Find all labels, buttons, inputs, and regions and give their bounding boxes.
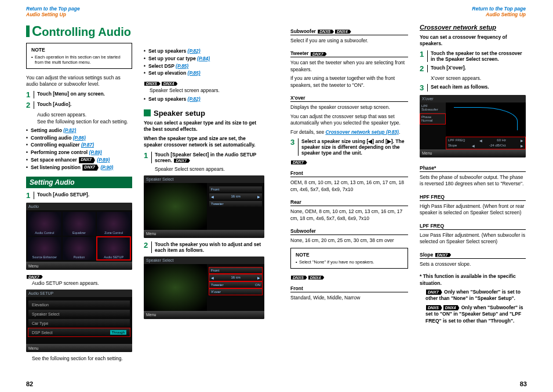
step-2: 2Touch [Audio]. xyxy=(26,101,132,109)
tile-audio-setup: Audio SETUP xyxy=(97,237,130,261)
page-number-left: 82 xyxy=(26,380,33,387)
link-p89[interactable]: (P.89) xyxy=(89,149,102,155)
subwoofer-hdr: Subwoofer DNX5DNX4 xyxy=(290,24,408,35)
tile-zone: Zone Control xyxy=(97,212,130,236)
xover-hdr: X'over xyxy=(290,91,408,102)
link2-p85[interactable]: (P.85) xyxy=(176,63,188,69)
cn-step-3: 3Set each item as follows. xyxy=(420,84,526,91)
xo-txt2: You can adjust the crossover setup that … xyxy=(290,113,408,127)
badge-dnx4: DNX4 xyxy=(162,82,178,86)
column-4: Return to the Top page Audio Setting Up … xyxy=(414,0,552,392)
tile-enhancer: Source Enhancer xyxy=(28,237,61,261)
link-p89b[interactable]: (P.89) xyxy=(97,157,110,163)
page-number-right: 83 xyxy=(520,380,527,387)
link2-p85b[interactable]: (P.85) xyxy=(188,70,201,76)
return-top-link[interactable]: Return to the Top page xyxy=(26,6,80,12)
link-b54[interactable]: (P.82) xyxy=(188,96,201,102)
screenshot-audio-grid: Audio Audio Control Equalizer Zone Contr… xyxy=(26,203,132,270)
link-list: Setting audio (P.82) Controlling audio (… xyxy=(26,127,132,171)
sa-sub: Audio SETUP screen appears. xyxy=(32,280,132,286)
header-links-left: Return to the Top page Audio Setting Up xyxy=(26,6,132,17)
footnote3: DNX5DNX4 Only when "Subwoofer" is set to… xyxy=(420,305,526,324)
cn-step-2: 2Touch [X'over]. xyxy=(420,65,526,72)
screenshot-xover: X'over LPF Subwoofer PhaseNormal LPF FRE… xyxy=(420,95,526,157)
manual-spread: Return to the Top page Audio Setting Up … xyxy=(0,0,553,392)
cn-step-1: 1Touch the speaker to set the crossover … xyxy=(420,50,526,62)
link-p87[interactable]: (P.87) xyxy=(81,142,94,148)
spk-intro2: When the speaker type and size are set, … xyxy=(144,135,264,149)
speaker-setup-header: Speaker setup xyxy=(144,109,264,118)
xo-txt3: For details, see Crossover network setup… xyxy=(290,129,408,135)
lpf-hdr: LPF FREQ xyxy=(420,219,526,230)
spk-step-1: 1Touch [Speaker Select] in the Audio SET… xyxy=(144,152,264,163)
sub-txt: Select if you are using a subwoofer. xyxy=(290,38,408,44)
screenshot-audio-setup-list: Audio SETUP Elevation Speaker Select Car… xyxy=(26,290,132,352)
slope-hdr: Slope DNX7 xyxy=(420,248,526,259)
link-crossover[interactable]: Crossover network setup (P.83) xyxy=(325,129,398,135)
link-p90[interactable]: (P.90) xyxy=(100,164,113,170)
step2-sub1: Audio screen appears. xyxy=(37,112,132,118)
intro-text: You can adjust the various settings such… xyxy=(26,75,132,88)
d7-sub-hdr: Subwoofer xyxy=(290,224,408,235)
step-1: 1Touch [Menu] on any screen. xyxy=(26,91,132,98)
column-2: Set up speakers (P.82) Set up your car t… xyxy=(138,0,276,392)
link2-p82[interactable]: (P.82) xyxy=(188,48,201,54)
d7-rear-hdr: Rear xyxy=(290,195,408,206)
hpf-txt: High Pass Filter adjustment. (When front… xyxy=(420,203,526,217)
link-p82[interactable]: (P.82) xyxy=(63,127,76,133)
sa-footer: See the following section for each setti… xyxy=(32,356,132,362)
d54-front-txt: Standard, Wide, Middle, Narrow xyxy=(290,295,408,301)
cn-step2-sub: X'over screen appears. xyxy=(431,75,526,81)
phase-hdr: Phase* xyxy=(420,161,526,172)
setting-audio-header: Setting Audio xyxy=(26,177,132,188)
screenshot-speaker-select-1: Speaker Select Front ◀16 cm▶ Tweeter Men… xyxy=(144,175,264,238)
xo-txt1: Displays the speaker crossover setup scr… xyxy=(290,104,408,111)
return-top-link-r[interactable]: Return to the Top page xyxy=(472,6,526,12)
page-title: Controlling Audio xyxy=(26,23,132,39)
badge-dnx5-c3: DNX5 xyxy=(291,276,307,280)
spk-step1-sub: Speaker Select screen appears. xyxy=(155,166,264,172)
sa-step-1: 1Touch [Audio SETUP]. xyxy=(26,192,132,199)
note-box: NOTE Each operation in this section can … xyxy=(26,43,132,69)
lpf-txt: Low Pass Filter adjustment. (When subwoo… xyxy=(420,232,526,246)
note-body: Each operation in this section can be st… xyxy=(31,54,127,65)
d7-front-hdr: Front xyxy=(290,166,408,177)
tile-equalizer: Equalizer xyxy=(63,212,96,236)
spk-step-2: 2Touch the speaker you wish to adjust an… xyxy=(144,241,264,253)
crossover-hdr: Crossover network setup xyxy=(420,23,526,32)
note-title: NOTE xyxy=(31,47,127,53)
column-1: Return to the Top page Audio Setting Up … xyxy=(0,0,138,392)
badge-dnx7-c3: DNX7 xyxy=(291,160,307,164)
tile-audio-control: Audio Control xyxy=(28,212,61,236)
tw-txt2: If you are using a tweeter together with… xyxy=(290,75,408,89)
header-links-right: Return to the Top page Audio Setting Up xyxy=(420,6,526,17)
badge-dnx7: DNX7 xyxy=(27,275,43,279)
note-box-2: NOTE Select "None" if you have no speake… xyxy=(290,248,408,269)
d7-rear-txt: None, OEM, 8 cm, 10 cm, 12 cm, 13 cm, 16… xyxy=(290,208,408,222)
footnote2: DNX7 Only when "Subwoofer" is set to oth… xyxy=(420,289,526,302)
badge-dnx4-c3: DNX4 xyxy=(308,276,325,280)
link-p86[interactable]: (P.86) xyxy=(73,135,86,141)
hpf-hdr: HPF FREQ xyxy=(420,190,526,201)
tweeter-hdr: Tweeter DNX7 xyxy=(290,46,408,57)
cn-intro: You can set a crossover frequency of spe… xyxy=(420,34,526,47)
tile-position: Position xyxy=(63,237,96,261)
phase-txt: Sets the phase of subwoofer output. The … xyxy=(420,174,526,188)
screenshot-speaker-select-2: Speaker Select Front ◀16 cm▶ TweeterON X… xyxy=(144,257,264,319)
breadcrumb-r[interactable]: Audio Setting Up xyxy=(486,12,526,17)
slope-txt: Sets a crossover slope. xyxy=(420,261,526,268)
breadcrumb[interactable]: Audio Setting Up xyxy=(26,12,66,17)
footnote1: * This function is available in the spec… xyxy=(420,273,526,287)
step2-sub2: See the following section for each setti… xyxy=(37,119,132,124)
step-3: 3Select a speaker size using [◀] and [▶]… xyxy=(290,138,408,156)
d54-front-hdr: Front xyxy=(290,281,408,292)
d7-front-txt: OEM, 8 cm, 10 cm, 12 cm, 13 cm, 16 cm, 1… xyxy=(290,179,408,193)
column-3: Subwoofer DNX5DNX4 Select if you are usi… xyxy=(276,0,414,392)
tw-txt1: You can set the tweeter when you are sel… xyxy=(290,60,408,73)
d7-sub-txt: None, 16 cm, 20 cm, 25 cm, 30 cm, 38 cm … xyxy=(290,237,408,244)
link-list-2: Set up speakers (P.82) Set up your car t… xyxy=(144,47,264,77)
link2-p84[interactable]: (P.84) xyxy=(197,56,210,61)
badge-dnx5: DNX5 xyxy=(144,82,161,86)
b54-sub: Speaker Select screen appears. xyxy=(150,87,264,93)
spk-intro: You can select a speaker type and its si… xyxy=(144,120,264,133)
